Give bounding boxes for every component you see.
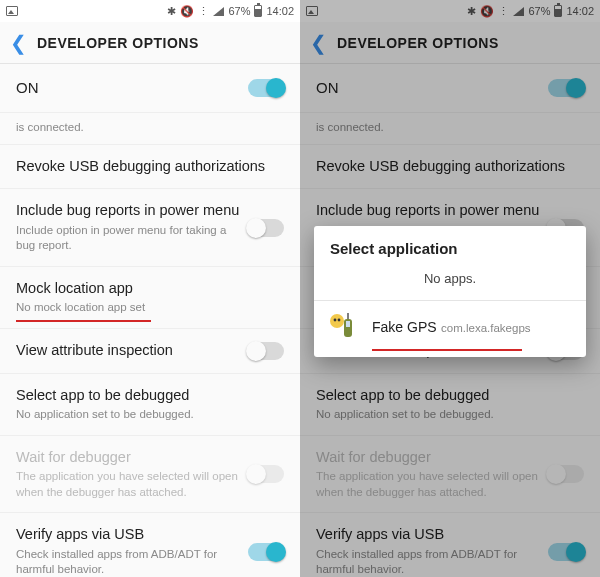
page-title: DEVELOPER OPTIONS xyxy=(337,35,499,51)
battery-pct: 67% xyxy=(528,5,550,17)
dialog-none-label[interactable]: No apps. xyxy=(314,267,586,300)
highlight-underline xyxy=(16,320,151,323)
on-label: ON xyxy=(316,78,548,98)
settings-list: ON is connected. Revoke USB debugging au… xyxy=(0,64,300,577)
master-toggle[interactable] xyxy=(248,79,284,97)
bug-report-toggle[interactable] xyxy=(248,219,284,237)
revoke-usb-row[interactable]: Revoke USB debugging authorizations xyxy=(300,145,600,190)
clock: 14:02 xyxy=(266,5,294,17)
select-debug-row[interactable]: Select app to be debugged No application… xyxy=(300,374,600,436)
connected-text: is connected. xyxy=(16,121,84,133)
wifi-icon: ⋮ xyxy=(198,5,209,18)
wait-debugger-row: Wait for debugger The application you ha… xyxy=(300,436,600,514)
bug-report-title: Include bug reports in power menu xyxy=(16,201,248,221)
svg-point-1 xyxy=(334,319,337,322)
revoke-usb-label: Revoke USB debugging authorizations xyxy=(16,157,284,177)
verify-usb-toggle[interactable] xyxy=(248,543,284,561)
dialog-app-item[interactable]: Fake GPS com.lexa.fakegps xyxy=(314,301,586,357)
select-debug-sub: No application set to be debugged. xyxy=(16,407,284,423)
mock-location-sub: No mock location app set xyxy=(16,300,284,316)
app-bar: ❮ DEVELOPER OPTIONS xyxy=(0,22,300,64)
connected-row: is connected. xyxy=(300,113,600,145)
revoke-usb-row[interactable]: Revoke USB debugging authorizations xyxy=(0,145,300,190)
app-bar: ❮ DEVELOPER OPTIONS xyxy=(300,22,600,64)
svg-point-2 xyxy=(338,319,341,322)
page-title: DEVELOPER OPTIONS xyxy=(37,35,199,51)
master-toggle-row[interactable]: ON xyxy=(0,64,300,113)
verify-usb-sub: Check installed apps from ADB/ADT for ha… xyxy=(16,547,248,577)
back-icon[interactable]: ❮ xyxy=(10,33,27,53)
dialog-app-name: Fake GPS xyxy=(372,319,437,335)
battery-icon xyxy=(254,5,262,17)
dialog-app-package: com.lexa.fakegps xyxy=(441,322,531,334)
select-debug-row[interactable]: Select app to be debugged No application… xyxy=(0,374,300,436)
signal-icon xyxy=(213,7,224,16)
wait-debugger-row: Wait for debugger The application you ha… xyxy=(0,436,300,514)
view-attribute-label: View attribute inspection xyxy=(16,341,248,361)
dialog-title: Select application xyxy=(314,226,586,267)
verify-usb-title: Verify apps via USB xyxy=(16,525,248,545)
svg-rect-4 xyxy=(346,321,350,327)
picture-icon xyxy=(6,6,18,16)
svg-point-0 xyxy=(330,314,344,328)
bluetooth-icon: ✱ xyxy=(467,5,476,18)
mute-icon: 🔇 xyxy=(180,5,194,18)
battery-pct: 67% xyxy=(228,5,250,17)
wait-debugger-sub: The application you have selected will o… xyxy=(16,469,248,500)
select-application-dialog: Select application No apps. Fake GPS xyxy=(314,226,586,357)
bluetooth-icon: ✱ xyxy=(167,5,176,18)
view-attribute-toggle[interactable] xyxy=(248,342,284,360)
mock-location-row[interactable]: Mock location app No mock location app s… xyxy=(0,267,300,329)
signal-icon xyxy=(513,7,524,16)
back-icon[interactable]: ❮ xyxy=(310,33,327,53)
clock: 14:02 xyxy=(566,5,594,17)
status-bar: ✱ 🔇 ⋮ 67% 14:02 xyxy=(300,0,600,22)
wait-debugger-title: Wait for debugger xyxy=(16,448,248,468)
mock-location-title: Mock location app xyxy=(16,279,284,299)
wifi-icon: ⋮ xyxy=(498,5,509,18)
screen-right: ✱ 🔇 ⋮ 67% 14:02 ❮ DEVELOPER OPTIONS ON i… xyxy=(300,0,600,577)
bug-report-row[interactable]: Include bug reports in power menu Includ… xyxy=(0,189,300,267)
verify-usb-row[interactable]: Verify apps via USB Check installed apps… xyxy=(300,513,600,577)
verify-usb-toggle[interactable] xyxy=(548,543,584,561)
on-label: ON xyxy=(16,78,248,98)
fake-gps-app-icon xyxy=(328,311,360,343)
connected-row: is connected. xyxy=(0,113,300,145)
select-debug-title: Select app to be debugged xyxy=(16,386,284,406)
verify-usb-row[interactable]: Verify apps via USB Check installed apps… xyxy=(0,513,300,577)
wait-debugger-toggle xyxy=(548,465,584,483)
view-attribute-row[interactable]: View attribute inspection xyxy=(0,329,300,374)
master-toggle[interactable] xyxy=(548,79,584,97)
highlight-underline xyxy=(372,349,522,352)
battery-icon xyxy=(554,5,562,17)
bug-report-sub: Include option in power menu for taking … xyxy=(16,223,248,254)
picture-icon xyxy=(306,6,318,16)
wait-debugger-toggle xyxy=(248,465,284,483)
mute-icon: 🔇 xyxy=(480,5,494,18)
status-bar: ✱ 🔇 ⋮ 67% 14:02 xyxy=(0,0,300,22)
screen-left: ✱ 🔇 ⋮ 67% 14:02 ❮ DEVELOPER OPTIONS ON i… xyxy=(0,0,300,577)
master-toggle-row[interactable]: ON xyxy=(300,64,600,113)
